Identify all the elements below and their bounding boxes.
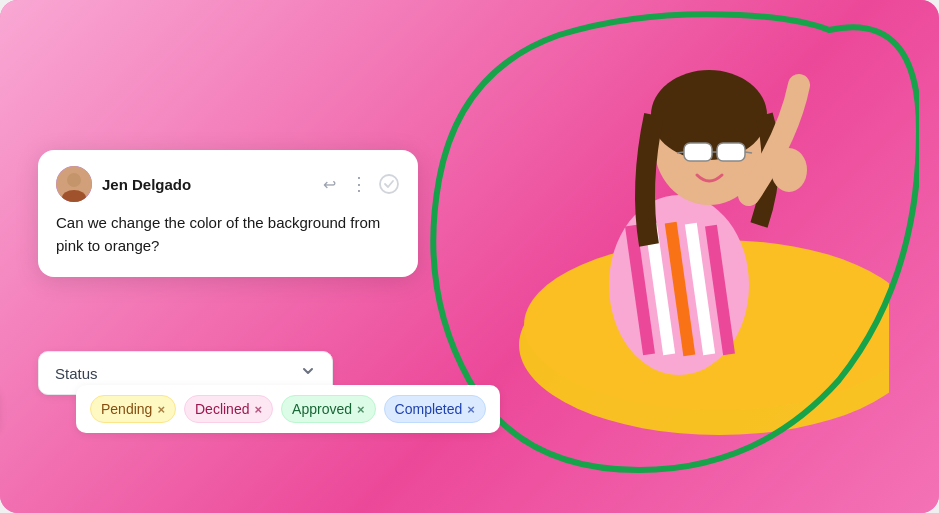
tag-approved[interactable]: Approved × xyxy=(281,395,376,423)
comment-actions: ↩ ⋮ xyxy=(318,173,400,195)
svg-rect-10 xyxy=(684,143,712,161)
svg-point-17 xyxy=(67,173,81,187)
comment-text: Can we change the color of the backgroun… xyxy=(56,212,400,257)
tag-approved-label: Approved xyxy=(292,401,352,417)
chevron-down-icon xyxy=(300,363,316,383)
tag-declined[interactable]: Declined × xyxy=(184,395,273,423)
reply-icon[interactable]: ↩ xyxy=(318,173,340,195)
tag-completed-remove[interactable]: × xyxy=(467,403,475,416)
more-options-icon[interactable]: ⋮ xyxy=(348,173,370,195)
svg-point-19 xyxy=(380,175,398,193)
tag-declined-remove[interactable]: × xyxy=(254,403,262,416)
comment-header: Jen Delgado ↩ ⋮ xyxy=(56,166,400,202)
svg-point-15 xyxy=(771,148,807,192)
avatar xyxy=(56,166,92,202)
commenter-name: Jen Delgado xyxy=(102,176,308,193)
status-label: Status xyxy=(55,365,98,382)
svg-rect-11 xyxy=(717,143,745,161)
svg-line-14 xyxy=(745,152,752,153)
tag-pending-remove[interactable]: × xyxy=(157,403,165,416)
tag-completed[interactable]: Completed × xyxy=(384,395,486,423)
tag-pending[interactable]: Pending × xyxy=(90,395,176,423)
tag-approved-remove[interactable]: × xyxy=(357,403,365,416)
person-image xyxy=(439,5,889,465)
svg-line-13 xyxy=(677,152,684,153)
check-icon[interactable] xyxy=(378,173,400,195)
tags-container: Pending × Declined × Approved × Complete… xyxy=(76,385,500,433)
tag-declined-label: Declined xyxy=(195,401,249,417)
tag-completed-label: Completed xyxy=(395,401,463,417)
scene: Jen Delgado ↩ ⋮ Can we change the color … xyxy=(0,0,939,513)
tag-pending-label: Pending xyxy=(101,401,152,417)
comment-card: Jen Delgado ↩ ⋮ Can we change the color … xyxy=(38,150,418,277)
